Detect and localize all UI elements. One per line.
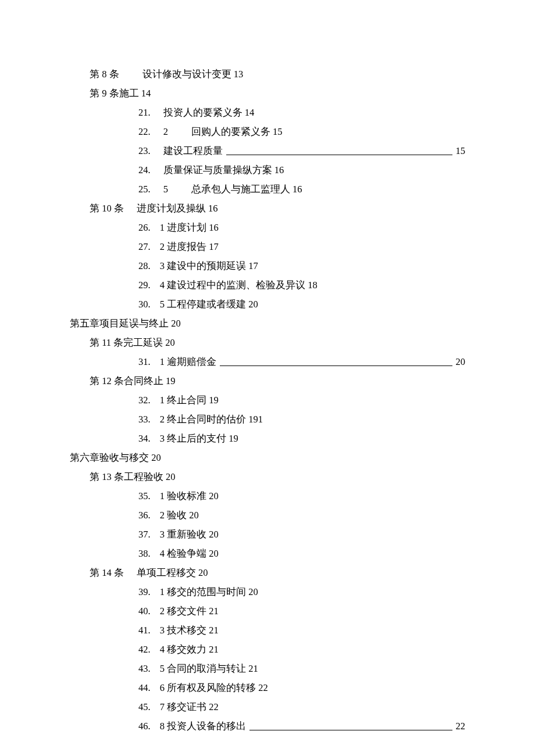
toc-line: 34.3 终止后的支付 19 — [70, 434, 465, 444]
toc-text: 26. — [138, 223, 151, 233]
toc-text: 第六章验收与移交 20 — [70, 453, 161, 463]
toc-line: 第 14 条单项工程移交 20 — [70, 568, 465, 578]
toc-text: 第 14 条 — [90, 568, 124, 578]
toc-text: 44. — [138, 683, 151, 693]
toc-text: 5 — [163, 185, 168, 195]
toc-line: 42.4 移交效力 21 — [70, 645, 465, 655]
toc-text: 4 检验争端 20 — [160, 549, 219, 559]
toc-text: 3 重新验收 20 — [160, 530, 219, 540]
toc-text: 第 13 条工程验收 20 — [90, 472, 175, 482]
toc-line: 45.7 移交证书 22 — [70, 703, 465, 712]
toc-text: 36. — [138, 511, 151, 521]
toc-text: 第 10 条 — [90, 204, 124, 214]
toc-line: 28.3 建设中的预期延误 17 — [70, 261, 465, 271]
toc-text: 进度计划及操纵 16 — [137, 204, 218, 214]
toc-text: 第 9 条施工 14 — [90, 89, 151, 99]
toc-text: 39. — [138, 587, 151, 597]
leader-rule — [249, 730, 452, 730]
toc-line: 第 13 条工程验收 20 — [70, 472, 465, 482]
toc-line: 第六章验收与移交 20 — [70, 453, 465, 463]
toc-text: 建设工程质量 — [163, 146, 223, 156]
toc-text: 23. — [138, 146, 151, 156]
toc-text: 6 所有权及风险的转移 22 — [160, 683, 268, 693]
toc-text: 第 12 条合同终止 19 — [90, 377, 175, 386]
toc-text: 27. — [138, 242, 151, 252]
toc-text: 3 技术移交 21 — [160, 626, 219, 636]
toc-text: 1 验收标准 20 — [160, 492, 219, 501]
toc-line: 41.3 技术移交 21 — [70, 626, 465, 636]
toc-line: 第 12 条合同终止 19 — [70, 377, 465, 386]
toc-line: 46.8 投资人设备的移出22 — [70, 722, 465, 732]
toc-line: 30.5 工程停建或者缓建 20 — [70, 300, 465, 310]
leader-rule — [220, 366, 452, 366]
toc-text: 第五章项目延误与终止 20 — [70, 319, 181, 329]
toc-text: 30. — [138, 300, 151, 310]
toc-text: 32. — [138, 396, 151, 406]
toc-line: 22.2回购人的要紧义务 15 — [70, 127, 465, 137]
toc-text: 25. — [138, 185, 151, 195]
toc-line: 26.1 进度计划 16 — [70, 223, 465, 233]
toc-text: 1 进度计划 16 — [160, 223, 219, 233]
leader-rule — [226, 155, 452, 155]
toc-text: 41. — [138, 626, 151, 636]
toc-line: 35.1 验收标准 20 — [70, 492, 465, 501]
toc-text: 5 合同的取消与转让 21 — [160, 664, 258, 674]
toc-line: 第 10 条进度计划及操纵 16 — [70, 204, 465, 214]
toc-line: 第 9 条施工 14 — [70, 89, 465, 99]
toc-text: 24. — [138, 166, 151, 175]
toc-text: 15 — [456, 146, 466, 156]
toc-line: 第 8 条设计修改与设计变更 13 — [70, 70, 465, 80]
toc-line: 32.1 终止合同 19 — [70, 396, 465, 406]
toc-text: 单项工程移交 20 — [137, 568, 208, 578]
toc-text: 20 — [456, 357, 466, 367]
toc-text: 4 移交效力 21 — [160, 645, 219, 655]
toc-line: 21.投资人的要紧义务 14 — [70, 108, 465, 118]
toc-line: 37.3 重新验收 20 — [70, 530, 465, 540]
toc-content: 第 8 条设计修改与设计变更 13第 9 条施工 1421.投资人的要紧义务 1… — [70, 70, 465, 732]
toc-text: 35. — [138, 492, 151, 501]
toc-text: 1 终止合同 19 — [160, 396, 219, 406]
toc-text: 3 终止后的支付 19 — [160, 434, 238, 444]
toc-text: 第 8 条 — [90, 70, 119, 80]
toc-line: 27.2 进度报告 17 — [70, 242, 465, 252]
toc-text: 45. — [138, 703, 151, 712]
toc-text: 2 验收 20 — [160, 511, 199, 521]
toc-line: 44.6 所有权及风险的转移 22 — [70, 683, 465, 693]
toc-text: 8 投资人设备的移出 — [160, 722, 246, 732]
toc-text: 2 终止合同时的估价 191 — [160, 415, 263, 425]
toc-text: 37. — [138, 530, 151, 540]
toc-line: 25.5总承包人与施工监理人 16 — [70, 185, 465, 195]
toc-text: 2 — [163, 127, 168, 137]
toc-line: 31.1 逾期赔偿金20 — [70, 357, 465, 367]
toc-text: 34. — [138, 434, 151, 444]
toc-text: 5 工程停建或者缓建 20 — [160, 300, 258, 310]
toc-text: 28. — [138, 261, 151, 271]
toc-line: 40.2 移交文件 21 — [70, 607, 465, 617]
toc-text: 29. — [138, 281, 151, 291]
toc-line: 第五章项目延误与终止 20 — [70, 319, 465, 329]
toc-text: 22 — [456, 722, 466, 732]
toc-line: 24.质量保证与质量操纵方案 16 — [70, 166, 465, 175]
toc-text: 31. — [138, 357, 151, 367]
toc-text: 3 建设中的预期延误 17 — [160, 261, 258, 271]
toc-text: 设计修改与设计变更 13 — [142, 70, 244, 80]
toc-text: 2 移交文件 21 — [160, 607, 219, 617]
toc-text: 21. — [138, 108, 151, 118]
toc-text: 质量保证与质量操纵方案 16 — [163, 166, 284, 175]
document-page: 第 8 条设计修改与设计变更 13第 9 条施工 1421.投资人的要紧义务 1… — [0, 0, 535, 756]
toc-text: 7 移交证书 22 — [160, 703, 219, 712]
toc-line: 29.4 建设过程中的监测、检验及异议 18 — [70, 281, 465, 291]
toc-line: 43.5 合同的取消与转让 21 — [70, 664, 465, 674]
toc-text: 总承包人与施工监理人 16 — [191, 185, 302, 195]
toc-line: 33.2 终止合同时的估价 191 — [70, 415, 465, 425]
toc-text: 1 移交的范围与时间 20 — [160, 587, 258, 597]
toc-text: 38. — [138, 549, 151, 559]
toc-text: 46. — [138, 722, 151, 732]
toc-line: 39.1 移交的范围与时间 20 — [70, 587, 465, 597]
toc-text: 2 进度报告 17 — [160, 242, 219, 252]
toc-text: 42. — [138, 645, 151, 655]
toc-text: 4 建设过程中的监测、检验及异议 18 — [160, 281, 318, 291]
toc-text: 1 逾期赔偿金 — [160, 357, 216, 367]
toc-line: 23.建设工程质量15 — [70, 146, 465, 156]
toc-line: 第 11 条完工延误 20 — [70, 338, 465, 348]
